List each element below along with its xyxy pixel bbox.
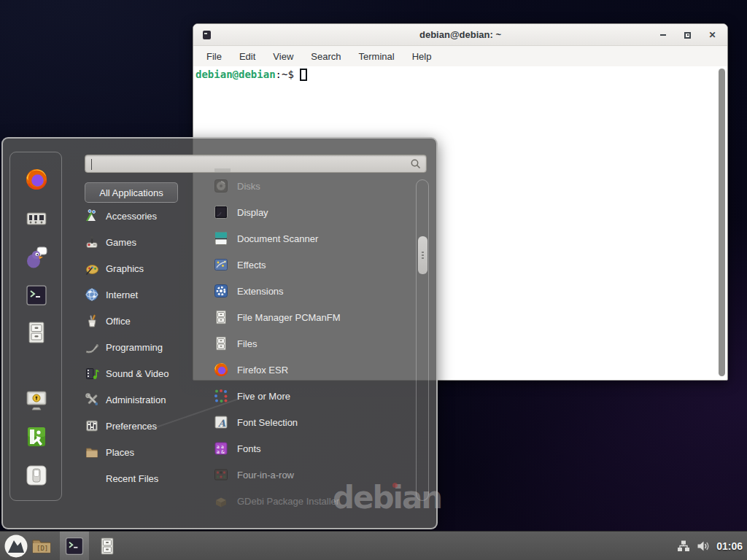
- category-games[interactable]: Games: [85, 229, 210, 255]
- document-scanner-icon: [213, 230, 229, 246]
- svg-text:[D]: [D]: [36, 545, 48, 552]
- minimize-button[interactable]: [658, 31, 667, 40]
- category-all-applications[interactable]: All Applications: [85, 182, 178, 203]
- fonts-icon: a aa &: [213, 440, 229, 456]
- menu-help[interactable]: Help: [412, 51, 432, 62]
- menu-scrollbar-thumb[interactable]: [418, 236, 427, 274]
- file-cabinet-icon: [98, 537, 117, 556]
- desktop: debian@debian: ~ ✕ File Edit View Search…: [0, 0, 747, 560]
- favorite-log-out[interactable]: [24, 424, 49, 449]
- files-taskbar-button[interactable]: [98, 537, 117, 556]
- terminal-cursor: [300, 69, 307, 81]
- places-icon: [85, 445, 99, 459]
- preferences-icon: [85, 419, 99, 433]
- mixer-icon: [24, 206, 49, 231]
- app-files[interactable]: Files: [213, 330, 417, 357]
- category-accessories[interactable]: Accessories: [85, 203, 210, 229]
- search-input[interactable]: [85, 155, 427, 173]
- terminal-icon: [63, 535, 85, 557]
- search-icon: [410, 158, 422, 170]
- category-recent-files[interactable]: Recent Files: [85, 465, 210, 491]
- favorite-files[interactable]: [24, 320, 49, 345]
- app-five-or-more[interactable]: Five or More: [213, 383, 417, 409]
- favorite-pidgin[interactable]: [24, 245, 49, 270]
- text-caret: [91, 159, 92, 170]
- lock-screen-icon: [24, 387, 49, 412]
- gdebi-icon: [213, 493, 229, 509]
- internet-icon: [85, 287, 99, 302]
- favorite-lock-screen[interactable]: [24, 387, 49, 412]
- file-manager-button[interactable]: [D]: [31, 535, 53, 557]
- app-firefox-esr[interactable]: Firefox ESR: [213, 357, 417, 383]
- category-sound-video[interactable]: Sound & Video: [85, 360, 210, 386]
- prompt-user: debian@debian: [196, 69, 276, 80]
- clock[interactable]: 01:06: [716, 540, 743, 552]
- shutdown-icon: [24, 463, 49, 488]
- category-preferences[interactable]: Preferences: [85, 413, 210, 439]
- terminal-scrollbar[interactable]: [719, 69, 725, 376]
- category-office[interactable]: Office: [85, 308, 210, 334]
- terminal-taskbar-button-active[interactable]: [60, 532, 89, 560]
- favorite-firefox[interactable]: [24, 167, 49, 192]
- administration-icon: [85, 392, 99, 407]
- app-disks[interactable]: Disks: [213, 173, 417, 199]
- app-document-scanner[interactable]: Document Scanner: [213, 225, 417, 252]
- accessories-icon: [85, 209, 99, 223]
- category-places[interactable]: Places: [85, 439, 210, 465]
- programming-icon: [85, 340, 99, 354]
- app-four-in-a-row[interactable]: Four-in-a-row: [213, 462, 417, 488]
- five-or-more-icon: [213, 388, 229, 404]
- application-menu: debian: [1, 137, 438, 529]
- prompt-path: :~$: [276, 69, 294, 80]
- app-fonts[interactable]: a aa & Fonts: [213, 435, 417, 462]
- category-internet[interactable]: Internet: [85, 281, 210, 308]
- firefox-icon: [213, 362, 229, 378]
- menu-favorites-sidebar: [9, 152, 62, 501]
- terminal-icon: [24, 283, 49, 308]
- menu-scrollbar-track[interactable]: [416, 179, 429, 501]
- network-icon[interactable]: [677, 540, 690, 553]
- maximize-button[interactable]: [683, 31, 692, 40]
- category-graphics[interactable]: Graphics: [85, 255, 210, 281]
- category-programming[interactable]: Programming: [85, 334, 210, 360]
- svg-text:a &: a &: [217, 449, 225, 455]
- folder-icon: [D]: [31, 535, 53, 557]
- menu-terminal[interactable]: Terminal: [359, 51, 395, 62]
- app-display[interactable]: Display: [213, 199, 417, 225]
- app-gdebi-package-installer[interactable]: GDebi Package Installer: [213, 488, 417, 514]
- menu-edit[interactable]: Edit: [239, 51, 255, 62]
- favorite-shutdown[interactable]: [24, 463, 49, 488]
- svg-text:A: A: [217, 418, 226, 429]
- four-in-a-row-icon: [213, 467, 229, 483]
- app-effects[interactable]: Effects: [213, 252, 417, 278]
- app-file-manager-pcmanfm[interactable]: File Manager PCManFM: [213, 304, 417, 330]
- category-administration[interactable]: Administration: [85, 386, 210, 413]
- application-list: Disks Display Document Scanner Effects E…: [213, 173, 417, 514]
- extensions-icon: [213, 283, 229, 299]
- menu-file[interactable]: File: [206, 51, 222, 62]
- window-title: debian@debian: ~: [193, 29, 727, 40]
- menu-view[interactable]: View: [273, 51, 293, 62]
- terminal-titlebar[interactable]: debian@debian: ~ ✕: [193, 24, 727, 46]
- menu-button[interactable]: [4, 534, 28, 559]
- file-cabinet-icon: [24, 320, 49, 345]
- app-extensions[interactable]: Extensions: [213, 278, 417, 304]
- file-cabinet-icon: [213, 335, 229, 351]
- games-icon: [85, 235, 99, 249]
- disks-icon: [213, 178, 229, 194]
- app-font-selection[interactable]: A Font Selection: [213, 409, 417, 435]
- sound-video-icon: [85, 366, 99, 381]
- graphics-icon: [85, 261, 99, 276]
- menu-search[interactable]: Search: [311, 51, 341, 62]
- font-selection-icon: A: [213, 414, 229, 430]
- log-out-icon: [24, 424, 49, 449]
- display-icon: [213, 204, 229, 220]
- favorite-settings[interactable]: [24, 206, 49, 231]
- favorite-terminal[interactable]: [24, 283, 49, 308]
- close-button[interactable]: ✕: [708, 31, 717, 40]
- volume-icon[interactable]: [697, 540, 710, 553]
- taskbar: [D] 01:06: [0, 531, 747, 560]
- effects-icon: [213, 257, 229, 273]
- category-list: Accessories Games Graphics Internet Offi…: [85, 203, 210, 491]
- menu-logo-icon: [4, 534, 28, 559]
